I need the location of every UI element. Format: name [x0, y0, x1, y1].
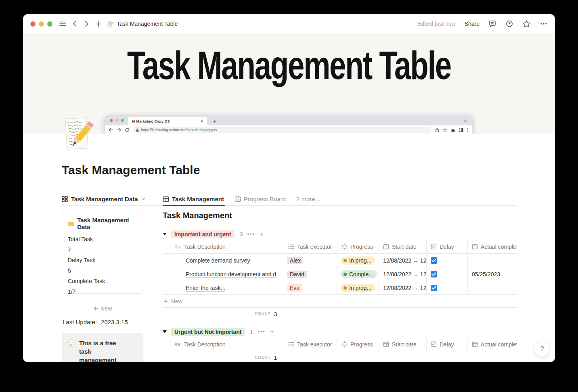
start-date-cell[interactable]: 12/08/2022 → 12: [379, 267, 426, 281]
favorite-star-icon[interactable]: [522, 20, 531, 28]
column-header-task-description[interactable]: AaTask Description: [163, 338, 284, 351]
group-count: 1: [250, 329, 253, 335]
task-executor-cell[interactable]: David: [284, 267, 337, 281]
maximize-window-button[interactable]: [47, 21, 52, 27]
group-header: Urgent but Not Important1•••+: [163, 326, 517, 338]
group-options-icon[interactable]: •••: [247, 231, 255, 237]
collapse-triangle-icon[interactable]: [163, 330, 167, 333]
column-header-start-date[interactable]: Start date: [379, 338, 426, 351]
column-header-start-date[interactable]: Start date: [379, 240, 426, 253]
task-description-cell[interactable]: Enter the task...: [163, 281, 284, 294]
column-header-label: Delay: [440, 244, 454, 250]
section-title: Task Management: [163, 211, 517, 228]
delay-cell[interactable]: [426, 254, 467, 267]
task-executor-cell[interactable]: Eva: [284, 281, 337, 294]
mock-traffic-lights: [110, 119, 124, 122]
column-header-delay[interactable]: Delay: [426, 240, 467, 253]
progress-status-tag: In prog...: [341, 284, 375, 292]
new-page-icon[interactable]: [95, 21, 102, 27]
executor-tag: David: [287, 271, 307, 278]
start-date-cell[interactable]: 12/08/2022 → 12: [379, 281, 426, 294]
page-icon-memo[interactable]: [65, 117, 94, 152]
delay-checkbox-checked[interactable]: [431, 285, 437, 291]
table-row: Enter the task...EvaIn prog...12/08/2022…: [163, 281, 517, 295]
close-window-button[interactable]: [30, 21, 36, 27]
column-header-task-executor[interactable]: Task executor: [284, 240, 337, 253]
more-options-icon[interactable]: [540, 20, 548, 28]
plus-icon: [93, 306, 98, 311]
collapse-triangle-icon[interactable]: [163, 233, 167, 236]
actual-completion-cell[interactable]: 05/25/2023: [467, 267, 517, 281]
column-header-task-description[interactable]: AaTask Description: [163, 240, 284, 253]
tab-more-views[interactable]: 2 more...: [296, 196, 320, 202]
table-group: Urgent but Not Important1•••+AaTask Desc…: [163, 326, 517, 362]
mock-browser-tab: AI Marketing Copy OS: [128, 117, 207, 125]
mock-share-icon: [435, 127, 439, 132]
group-name-tag[interactable]: Important and urgent: [171, 230, 235, 238]
table-new-row-button[interactable]: New: [163, 295, 517, 308]
column-header-label: Task Description: [184, 341, 226, 348]
new-row-label: New: [171, 298, 182, 304]
checkbox-icon: [431, 341, 437, 347]
back-icon[interactable]: [72, 21, 78, 27]
progress-cell[interactable]: In prog...: [337, 254, 379, 267]
checkbox-icon: [431, 244, 437, 250]
mock-menu-dots-icon: [467, 127, 469, 132]
delay-checkbox-checked[interactable]: [431, 271, 437, 277]
notion-window: Task Management Table Edited just now Sh…: [23, 14, 555, 362]
database-view-selector[interactable]: Task Management Data: [62, 193, 145, 205]
executor-tag: Eva: [287, 284, 302, 292]
titlebar: Task Management Table Edited just now Sh…: [23, 14, 555, 33]
help-button[interactable]: ?: [534, 341, 550, 357]
tab-task-management[interactable]: Task Management: [163, 196, 224, 202]
group-add-row-icon[interactable]: +: [270, 328, 274, 335]
group-count-row[interactable]: COUNT3: [163, 308, 517, 320]
progress-cell[interactable]: In prog...: [337, 281, 379, 294]
group-count-row[interactable]: COUNT1: [163, 351, 517, 362]
table-icon: [163, 196, 169, 202]
task-description-link[interactable]: Enter the task...: [186, 285, 225, 291]
column-header-progress[interactable]: Progress: [337, 240, 379, 253]
share-button[interactable]: Share: [465, 21, 480, 27]
count-value: 3: [274, 311, 277, 317]
delay-checkbox-checked[interactable]: [431, 257, 437, 264]
data-summary-card[interactable]: Task Management Data Total Task 7 Delay …: [62, 211, 143, 294]
task-description-cell[interactable]: Product function development and d: [163, 267, 284, 281]
plus-icon: [163, 299, 168, 304]
actual-completion-cell[interactable]: [467, 254, 517, 267]
task-executor-cell[interactable]: Alex: [284, 254, 337, 267]
column-header-actual-completion[interactable]: Actual completion: [467, 338, 517, 351]
task-description-link[interactable]: Complete demand survey: [186, 257, 250, 264]
callout: This is a free task management system.: [62, 333, 143, 362]
group-options-icon[interactable]: •••: [258, 329, 266, 335]
delay-cell[interactable]: [426, 267, 467, 281]
task-description-link[interactable]: Product function development and d: [186, 271, 276, 277]
breadcrumb[interactable]: Task Management Table: [107, 21, 178, 27]
delay-cell[interactable]: [426, 281, 467, 294]
table-row: Complete demand surveyAlexIn prog...12/0…: [163, 254, 517, 267]
actual-completion-cell[interactable]: [467, 281, 517, 294]
group-name-tag[interactable]: Urgent but Not Important: [171, 328, 245, 336]
status-dot: [343, 286, 347, 290]
sidebar-new-button[interactable]: New: [62, 302, 143, 315]
start-date-cell[interactable]: 12/08/2022 → 12: [379, 254, 426, 267]
progress-cell[interactable]: Comple...: [337, 267, 379, 281]
column-header-label: Task executor: [297, 244, 332, 250]
folder-icon: [68, 220, 74, 227]
group-count: 3: [240, 231, 243, 238]
tab-progress-board[interactable]: Progress Board: [235, 196, 286, 202]
minimize-window-button[interactable]: [39, 21, 44, 27]
column-header-progress[interactable]: Progress: [337, 338, 379, 351]
column-header-actual-completion[interactable]: Actual completion: [467, 240, 517, 253]
sidebar-menu-icon[interactable]: [59, 20, 66, 27]
mock-new-tab-icon: [212, 119, 216, 123]
task-description-cell[interactable]: Complete demand survey: [163, 254, 284, 267]
column-header-task-executor[interactable]: Task executor: [284, 338, 337, 351]
comments-icon[interactable]: [488, 20, 496, 28]
forward-icon[interactable]: [84, 21, 90, 27]
column-header-label: Start date: [392, 341, 417, 348]
column-header-delay[interactable]: Delay: [426, 338, 467, 351]
count-label: COUNT: [255, 312, 271, 316]
group-add-row-icon[interactable]: +: [260, 231, 264, 238]
history-clock-icon[interactable]: [505, 20, 513, 28]
